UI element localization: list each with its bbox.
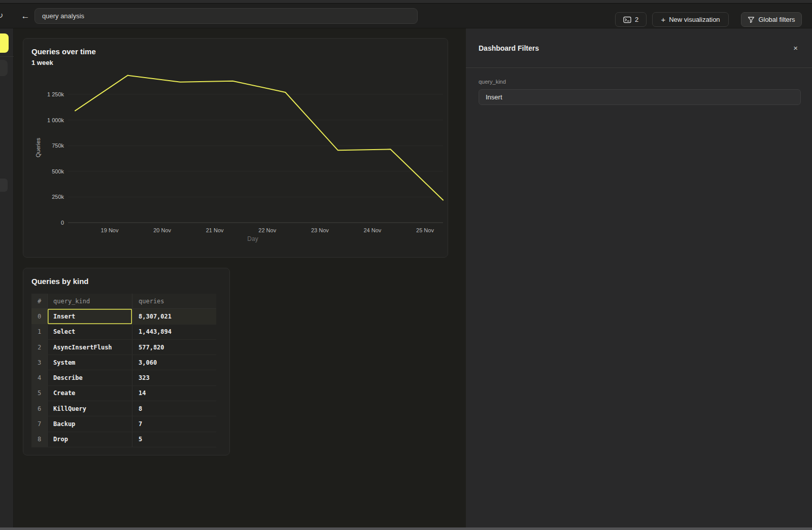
table-row: 5Create14: [31, 386, 216, 401]
dashboard-canvas: Queries over time 1 week 0250k500k750k1 …: [14, 28, 466, 527]
queries-count-cell[interactable]: 5: [132, 432, 216, 447]
y-tick-label: 250k: [52, 194, 64, 200]
y-tick-label: 0: [61, 220, 64, 226]
queries-count-cell[interactable]: 577,820: [132, 340, 216, 355]
query-kind-cell[interactable]: Select: [48, 325, 132, 339]
refresh-icon[interactable]: ↻: [0, 11, 3, 20]
new-visualization-label: New visualization: [669, 16, 720, 23]
table-row: 3System3,060: [31, 355, 216, 370]
filters-panel-title: Dashboard Filters: [479, 44, 539, 52]
queries-count-cell[interactable]: 7: [132, 416, 216, 431]
query-kind-cell[interactable]: Drop: [48, 432, 132, 447]
topbar: ↻ ← 2 + New visualization Global filters: [0, 4, 812, 28]
table-row: 8Drop5: [31, 432, 216, 447]
query-kind-cell[interactable]: Backup: [48, 416, 132, 431]
query-kind-cell[interactable]: AsyncInsertFlush: [48, 340, 132, 355]
x-axis-name: Day: [247, 235, 258, 242]
row-index-cell: 5: [31, 386, 48, 401]
query-kind-cell[interactable]: System: [48, 355, 132, 370]
queries-series-line: [75, 76, 443, 200]
row-index-cell: 4: [31, 370, 48, 385]
row-index-cell: 1: [31, 325, 48, 339]
x-tick-label: 20 Nov: [153, 227, 171, 233]
table-title: Queries by kind: [31, 277, 89, 286]
y-tick-label: 750k: [52, 143, 64, 149]
window-top-strip: [0, 0, 812, 4]
queries-count-cell[interactable]: 323: [132, 370, 216, 385]
x-tick-label: 23 Nov: [311, 227, 329, 233]
y-axis-name: Queries: [35, 137, 41, 157]
row-index-cell: 3: [31, 355, 48, 370]
queries-count-cell[interactable]: 3,060: [132, 355, 216, 370]
table-header-queries: queries: [132, 294, 216, 308]
table-row: 0Insert8,307,021: [31, 309, 216, 324]
row-index-cell: 6: [31, 401, 48, 416]
filter-field-label: query_kind: [479, 79, 801, 85]
close-icon[interactable]: ×: [793, 44, 798, 52]
table-row: 1Select1,443,894: [31, 325, 216, 340]
table-header-query-kind: query_kind: [48, 294, 132, 308]
row-index-cell: 0: [31, 309, 48, 324]
chart-title: Queries over time: [31, 47, 96, 56]
x-tick-label: 24 Nov: [363, 227, 381, 233]
window-bottom-bar: [0, 527, 812, 530]
x-tick-label: 21 Nov: [206, 227, 224, 233]
chart-subtitle: 1 week: [31, 59, 53, 66]
queries-by-kind-card: Queries by kind #query_kindqueries0Inser…: [23, 268, 230, 455]
query-kind-cell[interactable]: Create: [48, 386, 132, 401]
sidebar-separator: [0, 56, 14, 57]
console-count: 2: [635, 16, 638, 23]
row-index-cell: 2: [31, 340, 48, 355]
row-index-cell: 8: [31, 432, 48, 447]
back-button[interactable]: ←: [19, 4, 31, 28]
query-kind-cell[interactable]: KillQuery: [48, 401, 132, 416]
y-tick-label: 500k: [52, 168, 64, 174]
table-row: 6KillQuery8: [31, 401, 216, 416]
filter-value-input[interactable]: [479, 89, 801, 105]
queries-count-cell[interactable]: 14: [132, 386, 216, 401]
app-window: ↻ ← 2 + New visualization Global filters: [0, 0, 812, 530]
plus-icon: +: [661, 16, 665, 23]
table-row: 4Describe323: [31, 370, 216, 385]
new-visualization-button[interactable]: + New visualization: [652, 12, 729, 27]
filters-panel-header: Dashboard Filters ×: [466, 28, 812, 68]
table-row: 7Backup7: [31, 416, 216, 432]
dashboard-title-input[interactable]: [35, 8, 418, 24]
sidebar-item[interactable]: [0, 179, 8, 192]
table-header-row: #query_kindqueries: [31, 294, 216, 309]
table-header-index: #: [31, 294, 48, 308]
filters-panel-body: query_kind: [466, 68, 812, 105]
queries-count-cell[interactable]: 8,307,021: [132, 309, 216, 324]
y-tick-label: 1 250k: [47, 91, 64, 97]
dashboard-filters-panel: Dashboard Filters × query_kind: [466, 28, 812, 527]
queries-chart-svg[interactable]: 0250k500k750k1 000k1 250k19 Nov20 Nov21 …: [23, 72, 449, 246]
table-row: 2AsyncInsertFlush577,820: [31, 340, 216, 355]
queries-count-cell[interactable]: 8: [132, 401, 216, 416]
global-filters-label: Global filters: [758, 16, 795, 23]
sidebar: [0, 28, 14, 527]
query-kind-cell[interactable]: Insert: [48, 309, 132, 324]
queries-over-time-card: Queries over time 1 week 0250k500k750k1 …: [23, 38, 448, 258]
query-kind-cell[interactable]: Describe: [48, 370, 132, 385]
row-index-cell: 7: [31, 416, 48, 431]
queries-count-cell[interactable]: 1,443,894: [132, 325, 216, 339]
x-tick-label: 25 Nov: [416, 227, 434, 233]
funnel-icon: [748, 16, 755, 23]
console-count-button[interactable]: 2: [615, 12, 647, 27]
x-tick-label: 19 Nov: [101, 227, 119, 233]
console-icon: [623, 16, 631, 23]
kind-table: #query_kindqueries0Insert8,307,0211Selec…: [31, 294, 216, 447]
sidebar-item-active[interactable]: [0, 33, 9, 53]
y-tick-label: 1 000k: [47, 117, 64, 123]
sidebar-item[interactable]: [0, 60, 8, 76]
x-tick-label: 22 Nov: [258, 227, 276, 233]
refresh-icon-clip: ↻: [0, 4, 10, 28]
global-filters-button[interactable]: Global filters: [741, 12, 802, 27]
